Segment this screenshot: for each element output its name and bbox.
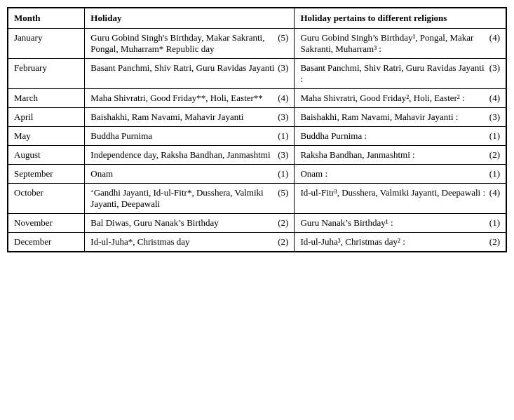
main-container: Month Holiday Holiday pertains to differ… (7, 7, 507, 252)
holidays-table: Month Holiday Holiday pertains to differ… (7, 7, 507, 252)
cell-month: February (8, 59, 85, 89)
cell-religion: Basant Panchmi, Shiv Ratri, Guru Ravidas… (295, 59, 506, 89)
holiday-text: Bal Diwas, Guru Nanak’s Birthday (90, 217, 275, 229)
cell-religion: Raksha Bandhan, Janmashtmi :(2) (295, 146, 506, 165)
cell-month: November (8, 214, 85, 233)
header-row: Month Holiday Holiday pertains to differ… (8, 8, 506, 29)
table-row: AprilBaishakhi, Ram Navami, Mahavir Jaya… (8, 108, 506, 127)
cell-holiday: Id-ul-Juha*, Christmas day(2) (85, 233, 295, 252)
cell-month: January (8, 29, 85, 59)
holiday-text: ‘Gandhi Jayanti, Id-ul-Fitr*, Dusshera, … (90, 187, 275, 210)
table-row: SeptemberOnam(1)Onam :(1) (8, 165, 506, 184)
holiday-text: Basant Panchmi, Shiv Ratri, Guru Ravidas… (90, 62, 275, 74)
cell-religion: Maha Shivratri, Good Friday², Holi, East… (295, 89, 506, 108)
cell-holiday: Guru Gobind Singh's Birthday, Makar Sakr… (85, 29, 295, 59)
cell-holiday: Bal Diwas, Guru Nanak’s Birthday(2) (85, 214, 295, 233)
holiday-count: (2) (278, 236, 288, 248)
cell-holiday: Maha Shivratri, Good Friday**, Holi, Eas… (85, 89, 295, 108)
cell-month: April (8, 108, 85, 127)
cell-holiday: ‘Gandhi Jayanti, Id-ul-Fitr*, Dusshera, … (85, 184, 295, 214)
cell-holiday: Buddha Purnima(1) (85, 127, 295, 146)
cell-religion: Id-ul-Juha³, Christmas day² :(2) (295, 233, 506, 252)
religion-text: Basant Panchmi, Shiv Ratri, Guru Ravidas… (300, 62, 486, 85)
cell-holiday: Baishakhi, Ram Navami, Mahavir Jayanti(3… (85, 108, 295, 127)
holiday-text: Buddha Purnima (90, 130, 275, 142)
cell-month: December (8, 233, 85, 252)
table-row: JanuaryGuru Gobind Singh's Birthday, Mak… (8, 29, 506, 59)
religion-text: Guru Nanak’s Birthday¹ : (300, 217, 486, 229)
religion-text: Onam : (300, 168, 486, 179)
religion-text: Guru Gobind Singh’s Birthday¹, Pongal, M… (300, 32, 486, 55)
religion-count: (2) (489, 149, 500, 161)
table-row: October‘Gandhi Jayanti, Id-ul-Fitr*, Dus… (8, 184, 506, 214)
religion-text: Baishakhi, Ram Navami, Mahavir Jayanti : (300, 111, 486, 123)
header-religion: Holiday pertains to different religions (295, 8, 506, 29)
religion-text: Maha Shivratri, Good Friday², Holi, East… (300, 93, 486, 104)
cell-month: May (8, 127, 85, 146)
religion-text: Id-ul-Fitr³, Dusshera, Valmiki Jayanti, … (300, 187, 486, 198)
holiday-text: Onam (90, 168, 275, 179)
religion-count: (4) (489, 187, 500, 198)
religion-text: Raksha Bandhan, Janmashtmi : (300, 149, 486, 161)
religion-count: (3) (489, 62, 500, 74)
holiday-count: (5) (278, 187, 288, 198)
religion-count: (3) (489, 111, 500, 123)
religion-count: (2) (489, 236, 500, 248)
religion-count: (4) (489, 93, 500, 104)
table-row: DecemberId-ul-Juha*, Christmas day(2)Id-… (8, 233, 506, 252)
cell-holiday: Independence day, Raksha Bandhan, Janmas… (85, 146, 295, 165)
holiday-count: (3) (278, 62, 288, 74)
cell-month: August (8, 146, 85, 165)
holiday-count: (3) (278, 149, 288, 161)
religion-count: (1) (489, 168, 500, 179)
cell-religion: Guru Nanak’s Birthday¹ :(1) (295, 214, 506, 233)
cell-holiday: Basant Panchmi, Shiv Ratri, Guru Ravidas… (85, 59, 295, 89)
table-row: MarchMaha Shivratri, Good Friday**, Holi… (8, 89, 506, 108)
cell-month: September (8, 165, 85, 184)
holiday-text: Maha Shivratri, Good Friday**, Holi, Eas… (90, 93, 275, 104)
header-holiday: Holiday (85, 8, 295, 29)
cell-religion: Buddha Purnima :(1) (295, 127, 506, 146)
holiday-count: (3) (278, 111, 288, 123)
religion-text: Buddha Purnima : (300, 130, 486, 142)
holiday-text: Baishakhi, Ram Navami, Mahavir Jayanti (90, 111, 275, 123)
holiday-count: (5) (278, 32, 288, 43)
table-row: FebruaryBasant Panchmi, Shiv Ratri, Guru… (8, 59, 506, 89)
holiday-text: Independence day, Raksha Bandhan, Janmas… (90, 149, 275, 161)
religion-count: (4) (489, 32, 500, 43)
holiday-count: (1) (278, 130, 288, 142)
cell-religion: Onam :(1) (295, 165, 506, 184)
holiday-count: (1) (278, 168, 288, 179)
religion-text: Id-ul-Juha³, Christmas day² : (300, 236, 486, 248)
header-month: Month (8, 8, 85, 29)
holiday-text: Id-ul-Juha*, Christmas day (90, 236, 275, 248)
table-row: NovemberBal Diwas, Guru Nanak’s Birthday… (8, 214, 506, 233)
cell-religion: Baishakhi, Ram Navami, Mahavir Jayanti :… (295, 108, 506, 127)
table-row: MayBuddha Purnima(1)Buddha Purnima :(1) (8, 127, 506, 146)
table-row: AugustIndependence day, Raksha Bandhan, … (8, 146, 506, 165)
holiday-count: (2) (278, 217, 288, 229)
holiday-text: Guru Gobind Singh's Birthday, Makar Sakr… (90, 32, 275, 55)
cell-month: March (8, 89, 85, 108)
cell-religion: Id-ul-Fitr³, Dusshera, Valmiki Jayanti, … (295, 184, 506, 214)
religion-count: (1) (489, 217, 500, 229)
cell-religion: Guru Gobind Singh’s Birthday¹, Pongal, M… (295, 29, 506, 59)
religion-count: (1) (489, 130, 500, 142)
cell-month: October (8, 184, 85, 214)
cell-holiday: Onam(1) (85, 165, 295, 184)
holiday-count: (4) (278, 93, 288, 104)
